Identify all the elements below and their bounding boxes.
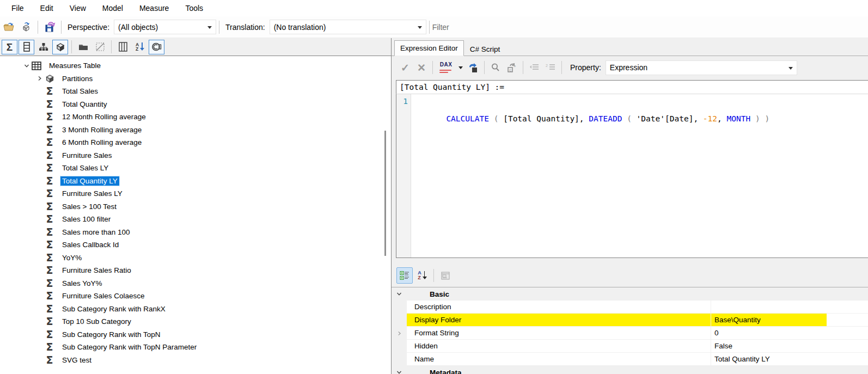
tree-label[interactable]: Total Sales — [60, 87, 100, 96]
format-dax-button[interactable]: DAX — [437, 59, 455, 76]
show-folders-toggle[interactable] — [75, 40, 91, 54]
tree-row-measure[interactable]: Σ Sales YoY% — [0, 277, 390, 290]
menu-item[interactable]: View — [62, 4, 94, 13]
chevron-right-icon[interactable] — [397, 329, 402, 338]
tree-label[interactable]: Sales > 100 Test — [60, 202, 118, 211]
tree-label[interactable]: Sales YoY% — [60, 279, 104, 288]
format-dax-dropdown-icon[interactable] — [459, 66, 463, 69]
tree-label[interactable]: Furniture Sales LY — [60, 189, 124, 198]
tree-label[interactable]: YoY% — [60, 253, 83, 262]
tree-label[interactable]: Top 10 Sub Category — [60, 317, 133, 326]
tree-row-measure[interactable]: Σ Sales > 100 Test — [0, 200, 390, 213]
column-view-toggle[interactable] — [115, 40, 131, 54]
tree-label[interactable]: Total Quantity — [60, 100, 109, 109]
tree-row-partitions[interactable]: Partitions — [0, 72, 390, 85]
tree-row-measure[interactable]: Σ SVG test — [0, 354, 390, 367]
show-metadata-order-toggle[interactable] — [149, 40, 164, 54]
tree-label[interactable]: Furniture Sales Ratio — [60, 266, 133, 275]
tree-row-measure[interactable]: Σ 3 Month Rolling average — [0, 124, 390, 137]
show-partitions-toggle[interactable] — [52, 40, 68, 54]
tree-label[interactable]: 12 Month Rolling average — [60, 112, 148, 121]
tree-row-measure[interactable]: Σ Sub Category Rank with TopN Parameter — [0, 341, 390, 354]
category-row-metadata[interactable]: Metadata — [392, 366, 868, 374]
editor-tab[interactable]: C# Script — [464, 42, 506, 56]
alphabetical-view-button[interactable]: AZ — [414, 267, 430, 284]
property-row[interactable]: Description — [392, 301, 868, 314]
decrease-indent-button[interactable] — [527, 59, 541, 76]
dax-code-line[interactable]: CALCULATE ( [Total Quantity], DATEADD ( … — [411, 94, 868, 123]
show-hierarchies-toggle[interactable] — [35, 40, 51, 54]
property-value[interactable]: False — [711, 340, 868, 353]
property-row[interactable]: Name Total Quantity LY — [392, 353, 868, 366]
tree-label[interactable]: Sub Category Rank with TopN — [60, 330, 162, 339]
tree-label[interactable]: SVG test — [60, 355, 93, 365]
property-row[interactable]: Format String 0 — [392, 327, 868, 340]
tree-scrollbar-thumb[interactable] — [384, 131, 386, 256]
tree-label[interactable]: Sub Category Rank with TopN Parameter — [60, 342, 198, 352]
tree-label[interactable]: Furniture Sales Colaesce — [60, 291, 146, 301]
tree-row-measure[interactable]: Σ Total Sales — [0, 85, 390, 98]
editor-tab[interactable]: Expression Editor — [394, 40, 464, 56]
tree-row-measure[interactable]: Σ 6 Month Rolling average — [0, 136, 390, 149]
tree-row-measures-table[interactable]: Measures Table — [0, 59, 390, 72]
tree-label[interactable]: Sales Callback Id — [60, 240, 120, 249]
property-name[interactable]: Hidden — [407, 340, 711, 353]
menu-item[interactable]: Edit — [32, 4, 62, 13]
tree-label[interactable]: Measures Table — [47, 61, 102, 70]
property-name[interactable]: Display Folder — [407, 314, 711, 327]
find-button[interactable] — [488, 59, 503, 76]
tree-row-measure[interactable]: Σ Furniture Sales Colaesce — [0, 290, 390, 303]
tree-row-measure[interactable]: Σ Furniture Sales Ratio — [0, 264, 390, 277]
property-value[interactable] — [711, 301, 868, 314]
tree-row-measure[interactable]: Σ Sub Category Rank with RankX — [0, 303, 390, 316]
tree-label[interactable]: Partitions — [60, 74, 94, 83]
chevron-down-icon[interactable] — [23, 63, 30, 69]
save-button[interactable] — [41, 19, 58, 35]
tree-label[interactable]: Sub Category Rank with RankX — [60, 304, 167, 314]
tree-row-measure[interactable]: Σ Furniture Sales — [0, 149, 390, 162]
show-columns-toggle[interactable] — [19, 40, 34, 54]
open-folder-button[interactable] — [1, 19, 17, 35]
tree-row-measure[interactable]: Σ Furniture Sales LY — [0, 187, 390, 200]
property-value[interactable]: 0 — [711, 327, 868, 340]
insert-snippet-button[interactable] — [466, 59, 480, 76]
property-select[interactable]: Expression — [606, 60, 797, 75]
filter-input[interactable] — [432, 20, 814, 34]
tree-row-measure[interactable]: Σ Total Sales LY — [0, 162, 390, 175]
tree-row-measure[interactable]: Σ Total Quantity LY — [0, 175, 390, 188]
chevron-down-icon[interactable] — [392, 287, 407, 301]
property-row[interactable]: Hidden False — [392, 340, 868, 353]
tree-row-measure[interactable]: Σ Sales Callback Id — [0, 238, 390, 252]
tree-row-measure[interactable]: Σ Top 10 Sub Category — [0, 315, 390, 328]
show-measures-toggle[interactable]: Σ — [2, 40, 17, 54]
tree-label[interactable]: 6 Month Rolling average — [60, 138, 143, 147]
property-value[interactable]: Total Quantity LY — [711, 353, 868, 366]
tree-label[interactable]: 3 Month Rolling average — [60, 125, 143, 134]
accept-edit-button[interactable]: ✓ — [398, 59, 412, 76]
perspective-select[interactable]: (All objects) — [114, 20, 216, 34]
tree-row-measure[interactable]: Σ Total Quantity — [0, 98, 390, 111]
replace-button[interactable]: C b — [505, 59, 519, 76]
dax-code-editor[interactable]: 1 CALCULATE ( [Total Quantity], DATEADD … — [396, 94, 868, 258]
show-hidden-toggle[interactable] — [92, 40, 108, 54]
tree-row-measure[interactable]: Σ YoY% — [0, 252, 390, 265]
category-row-basic[interactable]: Basic — [392, 287, 868, 301]
sort-alphabetical-toggle[interactable]: AZ — [132, 40, 148, 54]
menu-item[interactable]: File — [3, 4, 32, 13]
cancel-edit-button[interactable]: ✕ — [414, 59, 429, 76]
property-name[interactable]: Format String — [407, 327, 711, 340]
increase-indent-button[interactable]: 2 — [543, 59, 558, 76]
chevron-right-icon[interactable] — [36, 76, 44, 81]
tree-row-measure[interactable]: Σ Sales more than 100 — [0, 226, 390, 239]
tree-label[interactable]: Sales 100 filter — [60, 214, 112, 224]
property-name[interactable]: Description — [407, 301, 711, 314]
chevron-down-icon[interactable] — [392, 366, 407, 374]
tree-label[interactable]: Furniture Sales — [60, 151, 114, 160]
tree-label[interactable]: Total Sales LY — [60, 163, 110, 173]
menu-item[interactable]: Measure — [131, 4, 177, 13]
categorized-view-button[interactable] — [396, 267, 413, 284]
tree-row-measure[interactable]: Σ Sub Category Rank with TopN — [0, 328, 390, 341]
deploy-model-button[interactable] — [18, 19, 34, 35]
tree-row-measure[interactable]: Σ 12 Month Rolling average — [0, 111, 390, 124]
translation-select[interactable]: (No translation) — [270, 20, 426, 34]
